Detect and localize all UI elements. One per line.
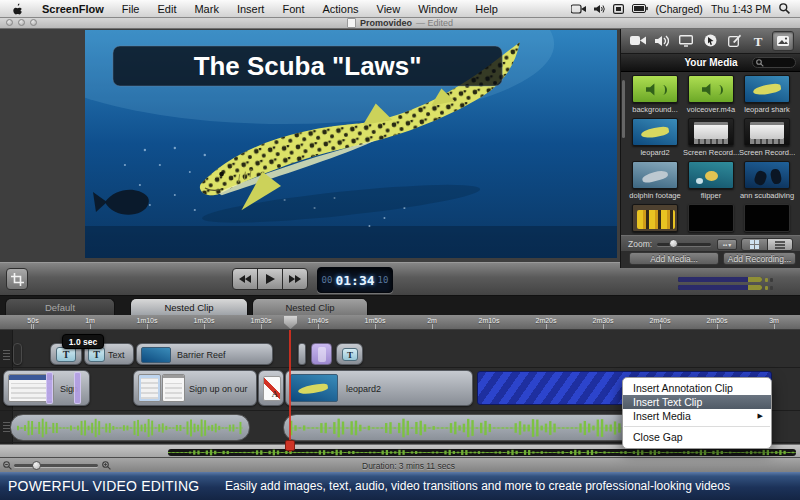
timeline-zoom-slider[interactable]: [14, 464, 98, 467]
media-item[interactable]: ann scubadiving: [739, 161, 795, 204]
battery-icon[interactable]: [632, 4, 648, 13]
menu-actions[interactable]: Actions: [322, 3, 358, 15]
marker-stripe[interactable]: [46, 372, 53, 404]
search-icon: [756, 59, 764, 67]
media-item[interactable]: OUTTAKE: [739, 204, 795, 235]
crop-button[interactable]: [6, 268, 28, 290]
rewind-button[interactable]: [232, 268, 258, 290]
thumbnail-size-dropdown[interactable]: ▪▪▾: [717, 239, 737, 250]
leopard2-clip[interactable]: leopard2: [285, 370, 473, 406]
menu-item-insert-text-clip[interactable]: Insert Text Clip: [623, 395, 771, 409]
playhead-handle-bottom[interactable]: [285, 440, 295, 451]
annotation-image-clip[interactable]: A: [258, 370, 284, 406]
playback-controls: [232, 268, 308, 290]
menu-view[interactable]: View: [377, 3, 401, 15]
fast-forward-button[interactable]: [282, 268, 308, 290]
media-item[interactable]: Screen Record...: [683, 118, 739, 161]
view-toggle: [741, 238, 793, 251]
media-thumbnail-video[interactable]: [744, 204, 790, 232]
sign-clip[interactable]: Sign: [3, 370, 90, 406]
menu-mark[interactable]: Mark: [194, 3, 218, 15]
menu-window[interactable]: Window: [418, 3, 457, 15]
menu-clock[interactable]: Thu 1:43 PM: [711, 3, 771, 15]
ruler-tick: 2m40s: [640, 317, 680, 324]
barrier-reef-clip[interactable]: Barrier Reef: [136, 343, 273, 365]
menu-item-insert-media[interactable]: Insert Media ▶: [623, 409, 771, 423]
track-grip[interactable]: [3, 420, 10, 432]
media-item[interactable]: voiceover.m4a: [683, 75, 739, 118]
media-item[interactable]: leopard2: [627, 118, 683, 161]
audio-clip-1[interactable]: [10, 414, 250, 441]
media-item[interactable]: background...: [627, 75, 683, 118]
menu-edit[interactable]: Edit: [157, 3, 176, 15]
annotations-tab[interactable]: [724, 32, 744, 50]
annotation-clip[interactable]: [311, 343, 332, 365]
playhead-line[interactable]: [289, 330, 291, 452]
media-library-tab[interactable]: [772, 31, 794, 51]
small-clip[interactable]: [298, 343, 306, 365]
tab-nested-clip-active[interactable]: Nested Clip: [130, 298, 248, 315]
media-thumbnail-video[interactable]: [632, 161, 678, 189]
marker-stripe[interactable]: [74, 372, 81, 404]
screen-properties-tab[interactable]: [676, 32, 696, 50]
media-thumbnail-video[interactable]: [744, 75, 790, 103]
sign-up-clip[interactable]: Sign up on our: [133, 370, 257, 406]
add-recording-button[interactable]: Add Recording...: [723, 252, 796, 265]
timeline-ruler[interactable]: 50s 1m 1m10s 1m20s 1m30s 1m40s 1m50s 2m …: [0, 315, 800, 330]
media-thumbnail-screen[interactable]: [744, 118, 790, 146]
callout-properties-tab[interactable]: [700, 32, 720, 50]
media-thumbnail-video[interactable]: [632, 204, 678, 232]
displays-icon[interactable]: [613, 4, 624, 14]
tab-nested-clip[interactable]: Nested Clip: [252, 298, 368, 315]
media-item[interactable]: dusk: [683, 204, 739, 235]
tab-default[interactable]: Default: [5, 298, 115, 315]
volume-icon[interactable]: [594, 4, 605, 14]
zoom-label: Zoom:: [628, 239, 652, 249]
menu-item-close-gap[interactable]: Close Gap: [623, 430, 771, 444]
text-icon-clip-2[interactable]: T: [336, 343, 363, 365]
list-view-button[interactable]: [767, 238, 794, 251]
media-zoom-knob[interactable]: [669, 239, 678, 248]
media-zoom-slider[interactable]: [657, 243, 711, 246]
clip-stub[interactable]: [13, 343, 22, 365]
media-thumbnail-audio[interactable]: [688, 75, 734, 103]
spotlight-icon[interactable]: [779, 3, 790, 14]
window-title-bar[interactable]: Promovideo — Edited: [0, 17, 800, 29]
fast-forward-icon: [289, 275, 301, 283]
media-thumbnail-video[interactable]: [744, 161, 790, 189]
menu-help[interactable]: Help: [475, 3, 498, 15]
audio-properties-tab[interactable]: [652, 32, 672, 50]
menu-screenflow[interactable]: ScreenFlow: [42, 3, 104, 15]
media-item[interactable]: flipper: [683, 161, 739, 204]
media-thumbnail-audio[interactable]: [632, 75, 678, 103]
zoom-in-icon[interactable]: [102, 461, 111, 470]
track-grip[interactable]: [3, 348, 10, 360]
menu-item-insert-annotation-clip[interactable]: Insert Annotation Clip: [623, 381, 771, 395]
add-media-button[interactable]: Add Media...: [629, 252, 719, 265]
media-thumbnail-video[interactable]: [688, 161, 734, 189]
media-search-input[interactable]: [752, 57, 796, 68]
video-properties-tab[interactable]: [628, 32, 648, 50]
media-thumbnail-video[interactable]: [688, 204, 734, 232]
grid-view-button[interactable]: [741, 238, 768, 251]
menu-insert[interactable]: Insert: [237, 3, 265, 15]
display-mirror-icon[interactable]: [571, 4, 586, 14]
media-thumbnail-screen[interactable]: [688, 118, 734, 146]
text-properties-tab[interactable]: T: [748, 32, 768, 50]
media-item[interactable]: leopard shark: [739, 75, 795, 118]
menu-font[interactable]: Font: [282, 3, 304, 15]
overview-band[interactable]: [168, 449, 796, 456]
media-item[interactable]: dolphin footage: [627, 161, 683, 204]
zoom-out-icon[interactable]: [3, 461, 12, 470]
edited-indicator: — Edited: [416, 18, 453, 28]
timeline-zoom-knob[interactable]: [32, 461, 41, 470]
ruler-tick: 1m10s: [127, 317, 167, 324]
menu-file[interactable]: File: [122, 3, 140, 15]
play-button[interactable]: [257, 268, 283, 290]
media-scrollbar[interactable]: [622, 80, 625, 138]
apple-menu[interactable]: [12, 3, 23, 15]
media-item[interactable]: Screen Record...: [739, 118, 795, 161]
video-preview[interactable]: The Scuba "Laws": [85, 30, 617, 258]
media-item[interactable]: scubatanks: [627, 204, 683, 235]
media-thumbnail-video[interactable]: [632, 118, 678, 146]
